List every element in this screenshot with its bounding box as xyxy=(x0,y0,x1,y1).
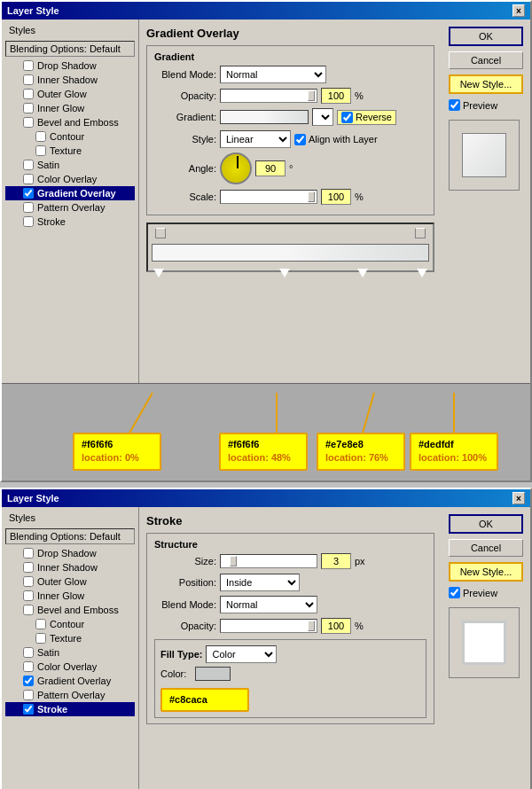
opacity-slider-1[interactable] xyxy=(220,89,317,103)
bottom-stop-48[interactable] xyxy=(279,269,290,277)
sidebar-item-gradient-overlay-2[interactable]: Gradient Overlay xyxy=(5,674,135,688)
sidebar-item-pattern-overlay-2[interactable]: Pattern Overlay xyxy=(5,688,135,702)
reverse-check[interactable] xyxy=(341,112,353,123)
sidebar-item-texture-1[interactable]: Texture xyxy=(5,144,135,158)
size-value[interactable]: 3 xyxy=(321,553,351,569)
size-slider[interactable] xyxy=(220,554,317,568)
close-button-1[interactable]: × xyxy=(512,4,525,17)
blend-mode-select-1[interactable]: Normal xyxy=(220,66,326,83)
sidebar-item-bevel-2[interactable]: Bevel and Emboss xyxy=(5,603,135,617)
sidebar-item-satin-2[interactable]: Satin xyxy=(5,645,135,660)
sidebar-item-inner-shadow-2[interactable]: Inner Shadow xyxy=(5,560,135,574)
pattern-overlay-check-2[interactable] xyxy=(23,690,34,700)
sidebar-item-drop-shadow-1[interactable]: Drop Shadow xyxy=(5,59,135,73)
gradient-legend: Gradient xyxy=(154,51,426,62)
bottom-stop-100[interactable] xyxy=(417,269,427,277)
sidebar-item-drop-shadow-2[interactable]: Drop Shadow xyxy=(5,546,135,560)
sidebar-item-contour-2[interactable]: Contour xyxy=(5,617,135,631)
bevel-check-2[interactable] xyxy=(23,605,34,615)
section-title-2: Stroke xyxy=(146,514,434,527)
bevel-check-1[interactable] xyxy=(23,117,34,128)
scale-value[interactable]: 100 xyxy=(321,189,351,205)
texture-check-1[interactable] xyxy=(35,145,46,156)
inner-glow-check-1[interactable] xyxy=(23,103,34,113)
outer-glow-check-2[interactable] xyxy=(23,576,34,587)
new-style-button-1[interactable]: New Style... xyxy=(449,74,523,94)
stroke-check-1[interactable] xyxy=(23,216,34,227)
satin-check-1[interactable] xyxy=(23,160,34,170)
ok-button-1[interactable]: OK xyxy=(449,27,523,46)
color-callout-area: #c8caca xyxy=(160,688,420,712)
sidebar-item-stroke-1[interactable]: Stroke xyxy=(5,215,135,229)
sidebar-item-outer-glow-2[interactable]: Outer Glow xyxy=(5,574,135,589)
sidebar-item-satin-1[interactable]: Satin xyxy=(5,158,135,172)
sidebar-item-color-overlay-1[interactable]: Color Overlay xyxy=(5,172,135,186)
bottom-stop-0[interactable] xyxy=(153,269,164,277)
title-bar-1: Layer Style × xyxy=(2,2,530,20)
sidebar-item-inner-glow-2[interactable]: Inner Glow xyxy=(5,589,135,603)
preview-label-1[interactable]: Preview xyxy=(449,99,523,111)
preview-check-2[interactable] xyxy=(449,587,460,598)
contour-check-2[interactable] xyxy=(35,619,46,629)
color-swatch[interactable] xyxy=(195,667,231,681)
opacity-unit-1: % xyxy=(355,90,364,101)
inner-shadow-check-1[interactable] xyxy=(23,74,34,85)
cancel-button-2[interactable]: Cancel xyxy=(449,539,523,557)
sidebar-item-inner-shadow-1[interactable]: Inner Shadow xyxy=(5,73,135,87)
position-label: Position: xyxy=(154,577,216,588)
reverse-label[interactable]: Reverse xyxy=(337,110,396,125)
close-button-2[interactable]: × xyxy=(512,492,525,504)
gradient-editor-bar[interactable] xyxy=(152,244,429,262)
opacity-value-2[interactable]: 100 xyxy=(321,618,351,634)
drop-shadow-check-2[interactable] xyxy=(23,548,34,559)
gradient-arrow-select[interactable] xyxy=(312,108,333,126)
preview-label-2[interactable]: Preview xyxy=(449,587,523,598)
bottom-stop-76[interactable] xyxy=(357,269,368,277)
fill-type-select[interactable]: Color Gradient Pattern xyxy=(206,645,277,663)
color-overlay-check-2[interactable] xyxy=(23,661,34,672)
sidebar-item-stroke-2[interactable]: Stroke xyxy=(5,702,135,716)
opacity-row-2: Opacity: 100 % xyxy=(154,618,426,634)
sidebar-item-bevel-1[interactable]: Bevel and Emboss xyxy=(5,115,135,129)
color-overlay-check-1[interactable] xyxy=(23,174,34,184)
inner-shadow-check-2[interactable] xyxy=(23,562,34,573)
cancel-button-1[interactable]: Cancel xyxy=(449,51,523,69)
inner-glow-check-2[interactable] xyxy=(23,590,34,601)
scale-slider[interactable] xyxy=(220,190,317,204)
satin-check-2[interactable] xyxy=(23,647,34,658)
sidebar-item-color-overlay-2[interactable]: Color Overlay xyxy=(5,660,135,674)
color-callout: #c8caca xyxy=(160,688,249,712)
opacity-slider-2[interactable] xyxy=(220,619,317,633)
blend-mode-select-2[interactable]: Normal xyxy=(220,596,317,613)
outer-glow-check-1[interactable] xyxy=(23,89,34,99)
dialog-body-2: Styles Blending Options: Default Drop Sh… xyxy=(2,507,530,789)
align-layer-label[interactable]: Align with Layer xyxy=(294,134,378,145)
sidebar-item-contour-1[interactable]: Contour xyxy=(5,129,135,144)
align-layer-check[interactable] xyxy=(294,134,306,145)
blending-options-1[interactable]: Blending Options: Default xyxy=(5,41,135,57)
blending-options-2[interactable]: Blending Options: Default xyxy=(5,528,135,544)
sidebar-item-inner-glow-1[interactable]: Inner Glow xyxy=(5,101,135,115)
angle-dial[interactable] xyxy=(220,152,252,184)
gradient-overlay-check-1[interactable] xyxy=(23,188,34,199)
gradient-overlay-check-2[interactable] xyxy=(23,676,34,686)
drop-shadow-check-1[interactable] xyxy=(23,60,34,71)
sidebar-item-pattern-overlay-1[interactable]: Pattern Overlay xyxy=(5,200,135,215)
top-stop-r[interactable] xyxy=(415,228,426,238)
sidebar-item-texture-2[interactable]: Texture xyxy=(5,631,135,645)
position-select[interactable]: Inside Outside Center xyxy=(220,574,300,591)
gradient-swatch[interactable] xyxy=(220,110,309,124)
stroke-check-2[interactable] xyxy=(23,704,34,715)
angle-value[interactable]: 90 xyxy=(255,160,286,176)
style-select[interactable]: Linear xyxy=(220,130,291,148)
opacity-value-1[interactable]: 100 xyxy=(321,88,351,104)
ok-button-2[interactable]: OK xyxy=(449,514,523,534)
preview-check-1[interactable] xyxy=(449,99,460,111)
sidebar-item-outer-glow-1[interactable]: Outer Glow xyxy=(5,87,135,101)
contour-check-1[interactable] xyxy=(35,131,46,142)
pattern-overlay-check-1[interactable] xyxy=(23,202,34,213)
sidebar-item-gradient-overlay-1[interactable]: Gradient Overlay xyxy=(5,186,135,200)
texture-check-2[interactable] xyxy=(35,633,46,644)
new-style-button-2[interactable]: New Style... xyxy=(449,562,523,582)
top-stop-0[interactable] xyxy=(155,228,166,238)
